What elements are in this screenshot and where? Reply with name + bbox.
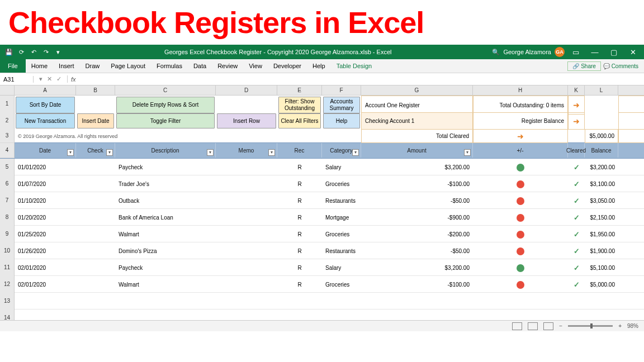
cell-memo[interactable]	[216, 276, 277, 293]
tab-formulas[interactable]: Formulas	[151, 59, 188, 73]
cell-cleared[interactable]: ✓	[568, 209, 585, 226]
cell-check[interactable]	[76, 259, 115, 277]
cell-description[interactable]: Walmart	[115, 226, 216, 243]
cell-amount[interactable]: -$200.00	[361, 226, 473, 243]
cell-category[interactable]: Restaurants	[322, 242, 361, 260]
cell-check[interactable]	[76, 192, 115, 209]
tab-insert[interactable]: Insert	[53, 59, 80, 73]
cell-cleared[interactable]: ✓	[568, 226, 585, 243]
namebox-dropdown-icon[interactable]: ▾	[39, 75, 42, 83]
cell-rec[interactable]: R	[277, 159, 322, 176]
th-category[interactable]: Category▾	[322, 143, 361, 158]
normal-view-icon[interactable]	[512, 322, 522, 330]
cell-balance[interactable]: $1,900.00	[585, 242, 618, 260]
tab-draw[interactable]: Draw	[80, 59, 106, 73]
row-head[interactable]: 10	[0, 242, 15, 260]
table-row[interactable]: 7 01/10/2020 Outback R Restaurants -$50.…	[0, 192, 644, 209]
table-row[interactable]: 13	[0, 293, 644, 309]
col-M[interactable]: M	[618, 85, 644, 96]
search-icon[interactable]: 🔍	[492, 49, 500, 56]
ribbon-opts-icon[interactable]: ▭	[568, 48, 584, 56]
col-E[interactable]: E	[277, 85, 322, 96]
cell-memo[interactable]	[216, 226, 277, 243]
maximize-icon[interactable]: ▢	[606, 48, 622, 56]
row-head[interactable]: 7	[0, 192, 15, 209]
table-row[interactable]: 6 01/07/2020 Trader Joe's R Groceries -$…	[0, 175, 644, 192]
cell-cleared[interactable]: ✓	[568, 192, 585, 209]
cell-category[interactable]: Restaurants	[322, 192, 361, 209]
cell-date[interactable]: 01/25/2020	[15, 226, 76, 243]
cell-rec[interactable]: R	[277, 242, 322, 260]
cell-rec[interactable]: R	[277, 226, 322, 243]
col-D[interactable]: D	[216, 85, 277, 96]
insert-date-button[interactable]: Insert Date	[77, 113, 114, 128]
enter-formula-icon[interactable]: ✓	[56, 75, 61, 83]
cell-description[interactable]: Paycheck	[115, 259, 216, 277]
col-K[interactable]: K	[568, 85, 585, 96]
cell-check[interactable]	[76, 209, 115, 226]
row-head[interactable]: 5	[0, 159, 15, 176]
cell-cleared[interactable]: ✓	[568, 276, 585, 293]
cell-description[interactable]: Outback	[115, 192, 216, 209]
tab-view[interactable]: View	[243, 59, 268, 73]
table-row[interactable]: 8 01/20/2020 Bank of America Loan R Mort…	[0, 209, 644, 226]
cell-cleared[interactable]: ✓	[568, 159, 585, 176]
cell-date[interactable]: 02/01/2020	[15, 259, 76, 277]
cell-date[interactable]: 01/26/2020	[15, 242, 76, 260]
cell-check[interactable]	[76, 226, 115, 243]
cell-check[interactable]	[76, 175, 115, 193]
cell-amount[interactable]: -$50.00	[361, 242, 473, 260]
sort-by-date-button[interactable]: Sort By Date	[16, 97, 75, 113]
table-row[interactable]: 5 01/01/2020 Paycheck R Salary $3,200.00…	[0, 159, 644, 175]
row-head[interactable]: 11	[0, 259, 15, 277]
name-box[interactable]: A31	[0, 76, 34, 83]
cell-memo[interactable]	[216, 209, 277, 226]
cell-balance[interactable]: $3,100.00	[585, 175, 618, 193]
col-A[interactable]: A	[15, 85, 76, 96]
cell-amount[interactable]: $3,200.00	[361, 159, 473, 176]
th-check[interactable]: Check▾	[76, 143, 115, 158]
zoom-out-icon[interactable]: −	[559, 323, 562, 329]
cell-balance[interactable]: $1,950.00	[585, 226, 618, 243]
cell-cleared[interactable]: ✓	[568, 175, 585, 193]
cell-cleared[interactable]: ✓	[568, 242, 585, 260]
avatar[interactable]: GA	[555, 47, 565, 57]
cell-description[interactable]: Domino's Pizza	[115, 242, 216, 260]
cell-balance[interactable]: $5,000.00	[585, 276, 618, 293]
cell-description[interactable]: Walmart	[115, 276, 216, 293]
tab-help[interactable]: Help	[307, 59, 331, 73]
th-memo[interactable]: Memo▾	[216, 143, 277, 158]
table-row[interactable]: 9 01/25/2020 Walmart R Groceries -$200.0…	[0, 226, 644, 242]
page-break-view-icon[interactable]	[543, 322, 553, 330]
cell-rec[interactable]: R	[277, 175, 322, 193]
cell-description[interactable]: Paycheck	[115, 159, 216, 176]
cell-category[interactable]: Groceries	[322, 276, 361, 293]
redo-icon[interactable]: ↷	[40, 49, 51, 56]
filter-show-outstanding-button[interactable]: Filter: Show Outstanding	[278, 97, 321, 113]
th-amount[interactable]: Amount▾	[361, 143, 473, 158]
row-head-4[interactable]: 4	[0, 143, 15, 158]
cell-date[interactable]: 01/20/2020	[15, 209, 76, 226]
help-button[interactable]: Help	[323, 113, 360, 128]
cell-date[interactable]: 01/01/2020	[15, 159, 76, 176]
zoom-slider[interactable]	[568, 325, 613, 327]
cell-amount[interactable]: -$100.00	[361, 175, 473, 193]
clear-filters-button[interactable]: Clear All Filters	[278, 113, 321, 128]
tab-review[interactable]: Review	[212, 59, 243, 73]
cell-category[interactable]: Groceries	[322, 175, 361, 193]
close-icon[interactable]: ✕	[625, 48, 641, 56]
cell-category[interactable]: Salary	[322, 159, 361, 176]
cell-balance[interactable]: $3,200.00	[585, 159, 618, 176]
cell-date[interactable]: 02/01/2020	[15, 276, 76, 293]
th-cleared[interactable]: Cleared	[568, 143, 585, 158]
row-head[interactable]: 6	[0, 175, 15, 193]
cell-description[interactable]: Bank of America Loan	[115, 209, 216, 226]
cell-memo[interactable]	[216, 159, 277, 176]
minimize-icon[interactable]: ―	[587, 48, 603, 56]
zoom-level[interactable]: 98%	[627, 323, 638, 329]
cell-date[interactable]: 01/07/2020	[15, 175, 76, 193]
th-pm2[interactable]: +/-	[618, 143, 644, 158]
col-B[interactable]: B	[76, 85, 115, 96]
cell-category[interactable]: Groceries	[322, 226, 361, 243]
toggle-filter-button[interactable]: Toggle Filter	[116, 113, 215, 128]
